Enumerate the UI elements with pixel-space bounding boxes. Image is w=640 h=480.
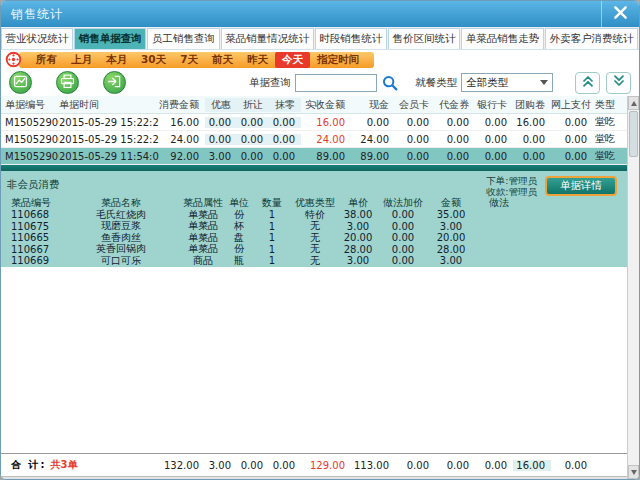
col-header-groupon: 团购卷	[513, 98, 551, 112]
col-header-online-pay: 网上支付	[551, 98, 593, 112]
tab[interactable]: 员工销售查询	[147, 28, 219, 49]
cell-unit-price: 3.00	[339, 255, 377, 266]
collapse-panel-button[interactable]	[575, 72, 600, 94]
tab[interactable]: 菜品销量情况统计	[221, 28, 314, 49]
summary-online-pay: 0.00	[551, 460, 593, 471]
dining-type-label: 就餐类型	[415, 76, 457, 90]
col-header-discount: 优惠	[205, 98, 237, 112]
print-button[interactable]	[56, 71, 79, 94]
summary-label-group: 合 计: 共3单	[1, 458, 159, 472]
cell-dish-id: 110665	[1, 232, 61, 243]
cell-allowance: 0.00	[237, 134, 269, 145]
cell-bank-card: 0.00	[475, 117, 513, 128]
tab-bar: 营业状况统计 销售单据查询 员工销售查询 菜品销量情况统计 时段销售统计 售价区…	[1, 27, 639, 50]
date-filter-button[interactable]: 指定时间	[310, 52, 366, 68]
summary-total-label: 合 计:	[11, 458, 46, 472]
cell-groupon: 0.00	[513, 134, 551, 145]
order-row[interactable]: M1505290003 2015-05-29 15:22:27 16.00 0.…	[1, 114, 627, 131]
col-header-member-card: 会员卡	[395, 98, 435, 112]
summary-row: 合 计: 共3单 132.00 3.00 0.00 0.00 129.00 11…	[1, 453, 627, 476]
tab[interactable]: 销售单据查询	[74, 28, 146, 49]
date-filter-button[interactable]: 昨天	[240, 52, 275, 68]
cell-unit-price: 28.00	[339, 244, 377, 255]
cell-line-amount: 35.00	[429, 209, 473, 220]
cell-dish-id: 110668	[1, 209, 61, 220]
orders-table-body: M1505290003 2015-05-29 15:22:27 16.00 0.…	[1, 114, 627, 165]
main-column: 单据编号 单据时间 消费金额 优惠 折让 抹零 实收金额 现金 会员卡 代金券 …	[1, 96, 627, 479]
scrollbar-track[interactable]	[628, 158, 639, 465]
staff-info: 下单:管理员 收款:管理员	[486, 175, 537, 197]
dish-row[interactable]: 110669 可口可乐 商品 瓶 1 无 3.00 0.00 3.00	[1, 255, 627, 267]
tab[interactable]: 时段销售统计	[315, 28, 387, 49]
cell-amount: 16.00	[159, 117, 205, 128]
cell-method-markup: 0.00	[377, 209, 429, 220]
col-header-dish-id: 菜品编号	[1, 196, 61, 210]
date-filter-button[interactable]: 30天	[134, 52, 173, 68]
expand-panel-button[interactable]	[606, 72, 631, 94]
cell-quantity: 1	[253, 244, 291, 255]
cell-rounding: 0.00	[269, 117, 301, 128]
scrollbar-thumb[interactable]	[629, 111, 638, 157]
order-row[interactable]: M1505290001 2015-05-29 11:54:06 92.00 3.…	[1, 148, 627, 165]
col-header-amount: 消费金额	[159, 98, 205, 112]
action-bar: 单据查询 就餐类型 全部类型	[1, 69, 639, 96]
col-header-allowance: 折让	[237, 98, 269, 112]
date-filter-button[interactable]: 今天	[275, 52, 310, 68]
cell-online-pay: 0.00	[551, 117, 593, 128]
cell-paid-amount: 16.00	[301, 117, 351, 128]
col-header-order-time: 单据时间	[59, 98, 159, 112]
cell-cash: 24.00	[351, 134, 395, 145]
order-taker-label: 下单:管理员	[486, 176, 537, 187]
cell-cash: 0.00	[351, 117, 395, 128]
tab-label: 时段销售统计	[319, 32, 382, 46]
cell-order-time: 2015-05-29 15:22:27	[59, 117, 159, 128]
vertical-scrollbar[interactable]	[627, 96, 639, 479]
cell-quantity: 1	[253, 221, 291, 232]
chart-report-button[interactable]	[9, 71, 32, 94]
tab-label: 菜品销量情况统计	[225, 32, 309, 46]
window-title: 销售统计	[11, 6, 63, 23]
date-filter-button[interactable]: 7天	[173, 52, 205, 68]
dining-type-select[interactable]: 全部类型	[461, 73, 553, 92]
order-detail-button-label: 单据详情	[560, 179, 602, 193]
cell-amount: 24.00	[159, 134, 205, 145]
col-header-quantity: 数量	[253, 196, 291, 210]
summary-cash: 113.00	[351, 460, 395, 471]
search-icon[interactable]	[381, 74, 399, 92]
cell-order-time: 2015-05-29 11:54:06	[59, 151, 159, 162]
cell-order-id: M1505290002	[1, 134, 59, 145]
date-filter-button[interactable]: 上月	[64, 52, 99, 68]
detail-table-body: 110668 毛氏红烧肉 单菜品 份 1 特价 38.00 0.00 35.00	[1, 209, 627, 267]
date-filter-button[interactable]: 本月	[99, 52, 134, 68]
cell-allowance: 0.00	[237, 117, 269, 128]
cell-member-card: 0.00	[395, 134, 435, 145]
scroll-up-button[interactable]	[628, 96, 639, 110]
scroll-down-button[interactable]	[628, 465, 639, 479]
dropdown-caret-icon	[540, 80, 548, 85]
order-row[interactable]: M1505290002 2015-05-29 15:22:20 24.00 0.…	[1, 131, 627, 148]
close-button[interactable]	[601, 1, 639, 27]
line-chart-icon	[12, 73, 29, 93]
cell-online-pay: 0.00	[551, 134, 593, 145]
tab[interactable]: 外卖客户消费统计	[545, 28, 638, 49]
tab[interactable]: 售价区间统计	[388, 28, 460, 49]
printer-icon	[59, 73, 76, 93]
date-filter-button[interactable]: 前天	[205, 52, 240, 68]
tab-label: 售价区间统计	[393, 32, 456, 46]
col-header-line-amount: 金额	[429, 196, 473, 210]
date-filter-button[interactable]: 所有	[29, 52, 64, 68]
tab-label: 营业状况统计	[6, 32, 69, 46]
summary-amount: 132.00	[159, 460, 205, 471]
order-detail-button[interactable]: 单据详情	[545, 176, 617, 196]
tab[interactable]: 营业状况统计	[1, 28, 73, 49]
cell-order-time: 2015-05-29 15:22:20	[59, 134, 159, 145]
cell-type: 堂吃	[593, 115, 627, 129]
tab-label: 员工销售查询	[152, 32, 215, 46]
cell-quantity: 1	[253, 209, 291, 220]
detail-panel-title: 非会员消费	[7, 175, 60, 192]
tab[interactable]: 单菜品销售走势	[461, 28, 544, 49]
order-search-input[interactable]	[295, 74, 377, 92]
col-header-bank-card: 银行卡	[475, 98, 513, 112]
col-header-cash: 现金	[351, 98, 395, 112]
export-button[interactable]	[103, 71, 126, 94]
